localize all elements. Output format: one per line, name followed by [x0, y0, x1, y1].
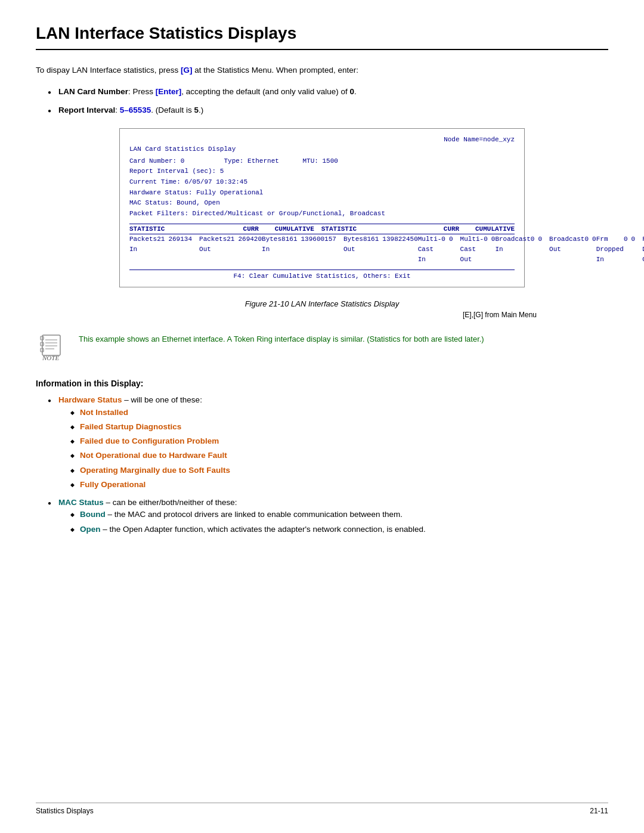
intro-bullet-list: LAN Card Number: Press [Enter], acceptin… [48, 86, 608, 116]
page-footer: Statistics Displays 21-11 [36, 803, 608, 815]
hw-not-installed: Not Installed [70, 407, 608, 419]
key-g: [G] [181, 66, 193, 75]
header-curr-right: CURR [425, 225, 463, 233]
bullet-lan-card: LAN Card Number: Press [Enter], acceptin… [48, 86, 608, 98]
stats-header-row: STATISTIC CURR CUMULATIVE STATISTIC CURR… [129, 224, 515, 234]
header-cumulative-left: CUMULATIVE [262, 225, 314, 233]
range-value: 5–65535 [120, 106, 151, 114]
mac-status-text: – can be either/both/neither of these: [104, 498, 237, 507]
stat-curr-left: 8161 [281, 234, 301, 265]
packet-filters-line: Packet Filters: Directed/Multicast or Gr… [129, 209, 515, 219]
stat-cumul-right: 0 [592, 234, 596, 265]
hw-failed-startup: Failed Startup Diagnostics [70, 421, 608, 433]
stat-name-right: Bytes Out [343, 234, 363, 265]
stat-curr-left: 0 [531, 234, 538, 265]
header-statistic-right: STATISTIC [321, 225, 425, 233]
footer-right: 21-11 [590, 807, 608, 815]
intro-paragraph: To dispay LAN Interface statistics, pres… [36, 64, 608, 76]
table-row: Multi-Cast In 0 0 Multi-Cast Out 0 0 [418, 234, 496, 265]
stat-cumul-left: 139600157 [301, 234, 336, 265]
page-title: LAN Interface Statistics Displays [36, 24, 608, 50]
mac-open-label: Open [80, 525, 101, 534]
hw-not-operational-text: Not Operational due to Hardware Fault [80, 451, 227, 460]
hw-operating-marginally: Operating Marginally due to Soft Faults [70, 465, 608, 476]
hardware-status-label: Hardware Status [58, 395, 122, 404]
bullet-report-interval: Report Interval: 5–65535. (Default is 5.… [48, 104, 608, 116]
node-name: Node Name=node_xyz [129, 136, 515, 143]
hw-failed-config-text: Failed due to Configuration Problem [80, 436, 219, 445]
stat-cumul-right: 0 [491, 234, 496, 265]
bullet-label-lan-card: LAN Card Number [58, 87, 128, 96]
table-row: Broadcast In 0 0 Broadcast Out 0 0 [495, 234, 596, 265]
default-value-0: 0 [349, 87, 354, 96]
terminal-title: LAN Card Statistics Display [129, 145, 515, 153]
terminal-display: Node Name=node_xyz LAN Card Statistics D… [119, 128, 525, 288]
note-text: This example shows an Ethernet interface… [79, 331, 484, 345]
stat-curr-left: 0 [441, 234, 449, 265]
table-row: Packets In 21 269134 Packets Out 21 2694… [129, 234, 262, 265]
information-section: Information in this Display: Hardware St… [36, 379, 608, 535]
stat-name-left: Broadcast In [495, 234, 530, 265]
current-time-line: Current Time: 6/05/97 10:32:45 [129, 177, 515, 188]
stat-curr-right: 0 [584, 234, 592, 265]
stat-cumul-left: 0 [538, 234, 542, 265]
hw-failed-startup-text: Failed Startup Diagnostics [80, 422, 181, 431]
figure-caption: Figure 21-10 LAN Interface Statistics Di… [36, 299, 608, 308]
stat-name-right: Packets Out [199, 234, 227, 265]
stat-name-left: Frm Dropped In [596, 234, 624, 265]
hw-operating-marginally-text: Operating Marginally due to Soft Faults [80, 466, 230, 475]
stat-name-right: Multi-Cast Out [460, 234, 484, 265]
svg-rect-0 [42, 335, 60, 355]
hw-not-installed-text: Not Installed [80, 408, 128, 417]
stat-name-left: Bytes In [262, 234, 281, 265]
stat-name-left: Multi-Cast In [418, 234, 442, 265]
card-number-line: Card Number: 0 Type: Ethernet MTU: 1500 [129, 156, 515, 167]
mac-status-sub-list: Bound – the MAC and protocol drivers are… [70, 509, 608, 535]
mac-open-text: – the Open Adapter function, which activ… [101, 525, 426, 534]
info-item-mac-status: MAC Status – can be either/both/neither … [48, 497, 608, 535]
default-interval: 5 [194, 106, 199, 114]
stat-curr-right: 21 [227, 234, 238, 265]
key-enter: [Enter] [156, 87, 182, 96]
stat-curr-right: 8161 [363, 234, 382, 265]
col-spacer [314, 225, 321, 233]
mac-status-label: MAC Status [58, 498, 104, 507]
hardware-status-line: Hardware Status: Fully Operational [129, 188, 515, 199]
table-row: Frm Dropped In 0 0 Frm Dropped Out 0 0 [596, 234, 644, 265]
note-box: NOTE This example shows an Ethernet inte… [36, 331, 608, 364]
mac-bound-label: Bound [80, 510, 106, 519]
stat-curr-left: 0 [624, 234, 631, 265]
stat-cumul-right: 269420 [238, 234, 262, 265]
stat-name-right: Broadcast Out [549, 234, 584, 265]
stat-cumul-right: 139822450 [382, 234, 417, 265]
information-heading: Information in this Display: [36, 379, 608, 388]
stats-data-table: Packets In 21 269134 Packets Out 21 2694… [129, 234, 515, 265]
mac-bound-text: – the MAC and protocol drivers are linke… [106, 510, 402, 519]
terminal-footer: F4: Clear Cumulative Statistics, Others:… [129, 270, 515, 280]
header-curr-left: CURR [224, 225, 262, 233]
hw-failed-config: Failed due to Configuration Problem [70, 435, 608, 447]
hw-not-operational: Not Operational due to Hardware Fault [70, 450, 608, 462]
information-bullet-list: Hardware Status – will be one of these: … [48, 394, 608, 535]
svg-text:NOTE: NOTE [42, 354, 59, 361]
stat-cumul-left: 0 [449, 234, 453, 265]
stat-cumul-left: 269134 [168, 234, 192, 265]
mac-bound: Bound – the MAC and protocol drivers are… [70, 509, 608, 521]
mac-open: Open – the Open Adapter function, which … [70, 524, 608, 535]
stat-cumul-left: 0 [631, 234, 636, 265]
hw-fully-operational: Fully Operational [70, 479, 608, 491]
footer-left: Statistics Displays [36, 807, 94, 815]
hardware-status-sub-list: Not Installed Failed Startup Diagnostics… [70, 407, 608, 491]
hw-fully-operational-text: Fully Operational [80, 480, 145, 489]
header-statistic-left: STATISTIC [129, 225, 224, 233]
bullet-label-report-interval: Report Interval [58, 106, 115, 114]
stat-curr-right: 0 [484, 234, 491, 265]
note-icon-container: NOTE [36, 331, 69, 364]
mac-status-line: MAC Status: Bound, Open [129, 198, 515, 209]
stat-name-left: Packets In [129, 234, 157, 265]
figure-sub: [E],[G] from Main Menu [36, 311, 608, 319]
hardware-status-text: – will be one of these: [122, 395, 202, 404]
table-row: Bytes In 8161 139600157 Bytes Out 8161 1… [262, 234, 418, 265]
note-icon: NOTE [38, 333, 67, 363]
header-cumulative-right: CUMULATIVE [463, 225, 515, 233]
